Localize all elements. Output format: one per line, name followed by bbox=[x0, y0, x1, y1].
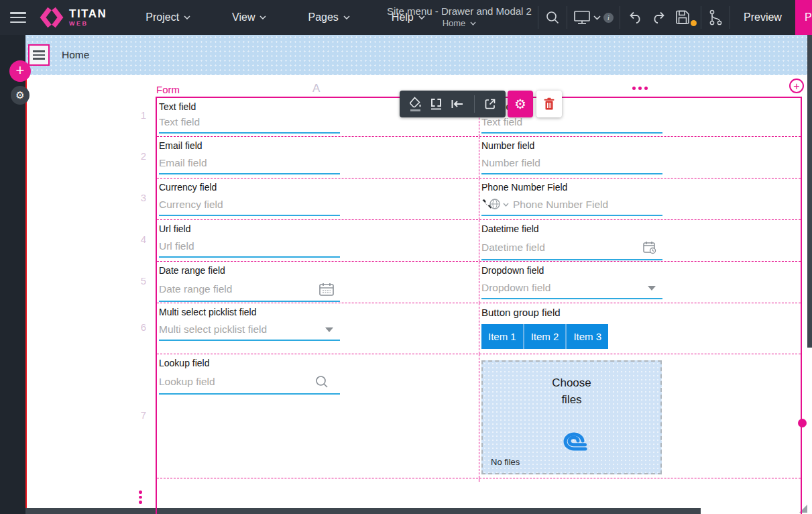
row-number-6: 6 bbox=[131, 321, 146, 333]
undo-icon[interactable] bbox=[624, 11, 647, 24]
align-left-icon[interactable] bbox=[451, 99, 464, 109]
email-field-input[interactable] bbox=[159, 157, 340, 169]
form-row-8 bbox=[157, 478, 801, 482]
add-column-button[interactable]: + bbox=[789, 79, 804, 93]
top-navbar: TITAN WEB Project View Pages Help Site m… bbox=[0, 0, 812, 35]
row-drag-handle[interactable] bbox=[139, 491, 142, 504]
form-element-tag[interactable]: Form bbox=[156, 84, 180, 95]
versions-icon[interactable] bbox=[701, 9, 730, 26]
titan-logo: TITAN WEB bbox=[40, 6, 107, 29]
field-label: Dropdown field bbox=[481, 265, 801, 276]
field-label: Currency field bbox=[159, 182, 479, 193]
text-field-input[interactable] bbox=[481, 116, 662, 128]
field-url: Url field bbox=[157, 220, 479, 261]
number-field-input[interactable] bbox=[481, 157, 662, 169]
search-icon[interactable] bbox=[538, 10, 567, 25]
chevron-down-icon bbox=[259, 15, 266, 19]
search-icon[interactable] bbox=[314, 374, 329, 389]
drawer-menu-button[interactable] bbox=[28, 44, 50, 66]
save-icon[interactable] bbox=[670, 9, 695, 25]
field-multiselect: Multi select picklist field bbox=[157, 303, 479, 354]
field-datetime: Datetime field bbox=[479, 220, 801, 261]
page-title: Home bbox=[62, 49, 89, 61]
navbar-actions: i Preview bbox=[538, 0, 782, 35]
button-group-item-2[interactable]: Item 2 bbox=[524, 324, 566, 349]
border-style-icon[interactable] bbox=[431, 99, 441, 110]
info-icon[interactable]: i bbox=[603, 13, 614, 23]
left-rail bbox=[0, 35, 25, 514]
form-row-7: Lookup field Choose files bbox=[157, 354, 801, 478]
datetime-field-input[interactable] bbox=[481, 242, 642, 254]
menu-view[interactable]: View bbox=[232, 11, 266, 23]
field-phone: Phone Number Field bbox=[479, 178, 801, 219]
currency-field-input[interactable] bbox=[159, 199, 340, 211]
row-number-2: 2 bbox=[131, 150, 146, 162]
site-title: Site menu - Drawer and Modal 2 bbox=[387, 5, 532, 17]
text-field-input[interactable] bbox=[159, 116, 340, 128]
field-daterange: Date range field bbox=[157, 262, 479, 303]
preview-button[interactable]: Preview bbox=[744, 11, 782, 23]
divider bbox=[474, 95, 475, 113]
field-label: Date range field bbox=[159, 265, 479, 276]
field-email: Email field bbox=[157, 137, 479, 178]
file-upload-dropzone[interactable]: Choose files No files bbox=[481, 360, 662, 474]
open-in-new-icon[interactable] bbox=[484, 98, 496, 110]
site-title-block: Site menu - Drawer and Modal 2 Home bbox=[387, 5, 532, 28]
publish-button[interactable]: Publish bbox=[795, 0, 812, 35]
element-toolbar: ⚙ bbox=[400, 91, 562, 117]
url-field-input[interactable] bbox=[159, 240, 340, 252]
button-group-item-1[interactable]: Item 1 bbox=[481, 324, 523, 349]
lookup-field-input[interactable] bbox=[159, 376, 314, 388]
redo-icon[interactable] bbox=[647, 11, 670, 24]
row-number-1: 1 bbox=[131, 109, 146, 121]
field-number: Number field bbox=[479, 137, 801, 178]
upload-status: No files bbox=[491, 457, 520, 467]
column-letter: A bbox=[312, 82, 320, 95]
field-lookup: Lookup field bbox=[157, 354, 479, 478]
button-group-item-3[interactable]: Item 3 bbox=[567, 324, 608, 349]
toolbar-dark-group bbox=[400, 91, 506, 117]
row-number-4: 4 bbox=[131, 234, 146, 245]
form-row-2: Email field Number field bbox=[157, 137, 801, 178]
empty-cell bbox=[157, 478, 479, 482]
unsaved-changes-badge bbox=[691, 20, 697, 26]
upload-title: Choose files bbox=[542, 375, 602, 408]
form-row-5: Date range field bbox=[157, 262, 801, 303]
chevron-down-icon[interactable] bbox=[503, 203, 509, 207]
chevron-down-icon[interactable] bbox=[325, 327, 333, 332]
form-options-menu[interactable] bbox=[632, 87, 648, 90]
form-row-4: Url field Datetime field bbox=[157, 220, 801, 262]
calendar-clock-icon[interactable] bbox=[642, 240, 657, 255]
form-container[interactable]: Text field Text field Email field Number… bbox=[156, 97, 802, 514]
button-group: Item 1 Item 2 Item 3 bbox=[481, 324, 608, 349]
chevron-down-icon[interactable] bbox=[648, 286, 656, 291]
form-row-6: Multi select picklist field Button group… bbox=[157, 303, 801, 354]
trash-icon bbox=[543, 97, 555, 111]
row-number-5: 5 bbox=[131, 275, 146, 287]
current-page-selector[interactable]: Home bbox=[387, 18, 532, 28]
vertical-scrollbar[interactable] bbox=[807, 35, 812, 348]
add-element-button[interactable]: + bbox=[9, 60, 31, 82]
multiselect-field-input[interactable] bbox=[159, 323, 325, 336]
paperclip-icon bbox=[556, 430, 588, 454]
daterange-field-input[interactable] bbox=[159, 283, 318, 295]
divider bbox=[620, 6, 620, 29]
brand-title: TITAN bbox=[69, 8, 107, 19]
field-label: Button group field bbox=[481, 307, 801, 318]
main-menu-icon[interactable] bbox=[10, 12, 26, 23]
fill-color-icon[interactable] bbox=[409, 97, 422, 111]
row-number-3: 3 bbox=[131, 192, 146, 203]
phone-field-input[interactable] bbox=[513, 199, 662, 211]
menu-pages[interactable]: Pages bbox=[308, 11, 349, 23]
phone-globe-icon[interactable] bbox=[481, 199, 502, 211]
divider bbox=[730, 6, 730, 29]
calendar-icon[interactable] bbox=[318, 282, 335, 297]
chevron-down-icon bbox=[343, 15, 350, 19]
delete-element-button[interactable] bbox=[536, 91, 562, 117]
menu-project[interactable]: Project bbox=[146, 11, 190, 23]
field-label: Datetime field bbox=[481, 223, 801, 234]
element-settings-button[interactable]: ⚙ bbox=[508, 91, 533, 117]
page-settings-button[interactable]: ⚙ bbox=[11, 86, 30, 105]
device-preview-control[interactable]: i bbox=[567, 9, 620, 25]
dropdown-field-input[interactable] bbox=[481, 282, 648, 294]
